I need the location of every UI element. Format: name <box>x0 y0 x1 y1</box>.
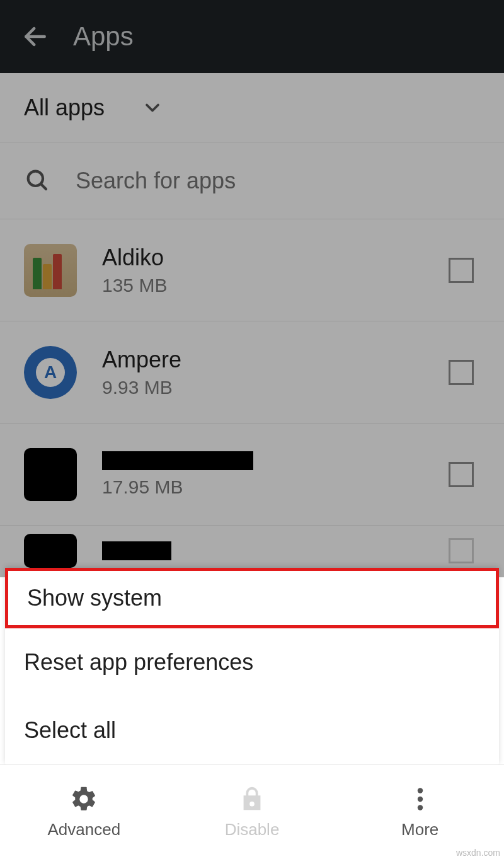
filter-label: All apps <box>24 95 105 121</box>
app-icon-redacted <box>24 534 77 568</box>
svg-line-2 <box>42 184 47 189</box>
nav-label: Advanced <box>48 820 121 839</box>
nav-label: Disable <box>225 820 280 839</box>
chevron-down-icon <box>141 96 164 119</box>
nav-more[interactable]: More <box>336 765 504 859</box>
svg-point-4 <box>417 797 422 802</box>
app-row-redacted-1[interactable]: 17.95 MB <box>0 424 504 526</box>
app-name-redacted <box>102 451 253 470</box>
app-icon-redacted <box>24 448 77 501</box>
app-size: 9.93 MB <box>102 377 449 398</box>
bottom-nav: Advanced Disable More <box>0 764 504 859</box>
more-vert-icon <box>406 785 435 816</box>
nav-advanced[interactable]: Advanced <box>0 765 168 859</box>
app-icon-ampere: A <box>24 346 77 399</box>
checkbox[interactable] <box>449 360 474 385</box>
nav-label: More <box>401 820 438 839</box>
app-info <box>102 541 449 560</box>
svg-point-3 <box>417 788 422 793</box>
menu-show-system[interactable]: Show system <box>5 568 499 628</box>
appbar: Apps <box>0 0 504 73</box>
app-info: 17.95 MB <box>102 451 449 498</box>
menu-reset-app-preferences[interactable]: Reset app preferences <box>5 628 499 696</box>
app-info: Aldiko 135 MB <box>102 245 449 296</box>
checkbox[interactable] <box>449 258 474 283</box>
more-menu-sheet: Show system Reset app preferences Select… <box>5 568 499 764</box>
search-icon <box>24 167 49 195</box>
app-list: Aldiko 135 MB A Ampere 9.93 MB 17.95 MB <box>0 219 504 576</box>
app-info: Ampere 9.93 MB <box>102 347 449 398</box>
arrow-back-icon <box>21 23 49 50</box>
checkbox[interactable] <box>449 462 474 487</box>
app-icon-aldiko <box>24 244 77 297</box>
gear-icon <box>69 785 98 816</box>
page-title: Apps <box>73 21 134 52</box>
app-size: 17.95 MB <box>102 476 449 498</box>
svg-point-5 <box>417 805 422 810</box>
app-row-aldiko[interactable]: Aldiko 135 MB <box>0 219 504 321</box>
app-name: Aldiko <box>102 245 449 271</box>
filter-dropdown[interactable]: All apps <box>0 73 504 142</box>
app-name: Ampere <box>102 347 449 373</box>
search-input[interactable] <box>76 168 480 194</box>
checkbox[interactable] <box>449 538 474 563</box>
watermark: wsxdn.com <box>456 848 500 858</box>
app-size: 135 MB <box>102 275 449 296</box>
app-name-redacted <box>102 541 171 560</box>
menu-select-all[interactable]: Select all <box>5 696 499 764</box>
back-button[interactable] <box>18 19 53 54</box>
search-row[interactable] <box>0 142 504 219</box>
lock-icon <box>238 785 266 816</box>
nav-disable: Disable <box>168 765 336 859</box>
app-row-ampere[interactable]: A Ampere 9.93 MB <box>0 321 504 424</box>
